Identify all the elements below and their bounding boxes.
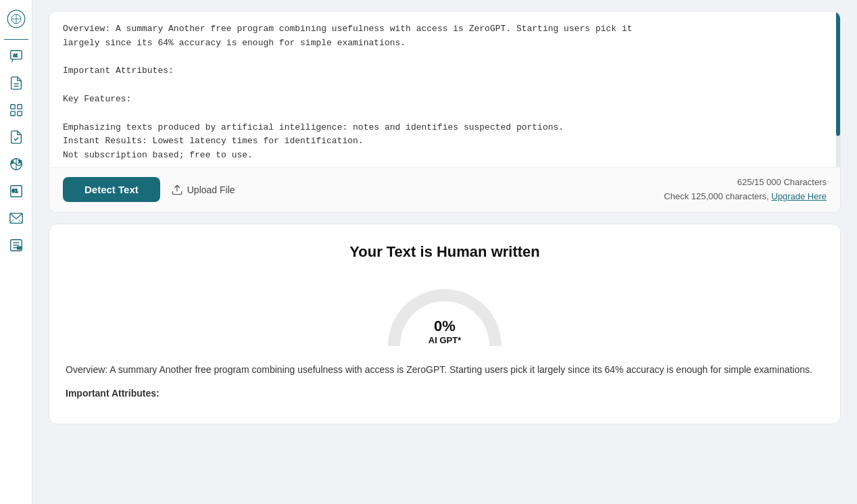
upgrade-text: Check 125,000 characters, — [664, 191, 768, 201]
sidebar-item-summarizer[interactable]: 99 — [3, 233, 30, 257]
char-count: 625/15 000 Characters — [664, 176, 827, 190]
gauge-percent-label: 0% — [434, 318, 456, 334]
upload-file-button[interactable]: Upload File — [171, 184, 235, 196]
svg-rect-7 — [10, 111, 14, 116]
svg-rect-6 — [17, 105, 21, 109]
svg-text:AI: AI — [13, 53, 18, 57]
upgrade-prompt: Check 125,000 characters, Upgrade Here — [664, 190, 827, 204]
char-info: 625/15 000 Characters Check 125,000 char… — [664, 176, 827, 204]
sidebar-item-document-check[interactable] — [3, 71, 30, 95]
result-attributes-title: Important Attributes: — [66, 386, 824, 402]
brain-icon — [5, 8, 27, 30]
app-logo — [3, 5, 30, 32]
text-input-area[interactable]: Overview: A summary Another free program… — [49, 11, 836, 167]
result-card: Your Text is Human written 0% AI GPT* Ov… — [49, 224, 841, 425]
gauge-widget: 0% AI GPT* — [384, 285, 506, 346]
sidebar-item-batch-check[interactable] — [3, 98, 30, 122]
file-text-icon — [9, 76, 24, 91]
gauge-svg: 0% AI GPT* — [384, 285, 506, 346]
sidebar-item-email-writer[interactable] — [3, 206, 30, 230]
result-heading: Your Text is Human written — [49, 224, 840, 272]
sidebar-item-translator[interactable]: A 文 — [3, 152, 30, 176]
input-card: Overview: A summary Another free program… — [49, 11, 841, 213]
translator-icon: A 文 — [9, 157, 24, 172]
gauge-container: 0% AI GPT* — [49, 272, 840, 346]
sidebar-item-proofreader[interactable] — [3, 125, 30, 149]
upload-label: Upload File — [187, 184, 235, 195]
text-area-wrapper: Overview: A summary Another free program… — [49, 11, 840, 167]
summarizer-icon: 99 — [9, 238, 24, 253]
svg-text:A: A — [11, 160, 14, 163]
message-square-icon: AI — [9, 49, 24, 64]
hash-icon: 01 — [9, 184, 24, 199]
sidebar: AI A 文 — [0, 0, 32, 504]
svg-text:文: 文 — [18, 159, 21, 163]
result-overview-text: Overview: A summary Another free program… — [66, 362, 824, 378]
svg-rect-5 — [10, 105, 14, 109]
sidebar-item-ai-detector[interactable]: AI — [3, 44, 30, 68]
scrollbar-thumb — [836, 11, 840, 136]
detect-text-button[interactable]: Detect Text — [63, 177, 160, 202]
mail-icon — [9, 211, 24, 226]
action-bar: Detect Text Upload File 625/15 000 Chara… — [49, 167, 840, 212]
grid-icon — [9, 103, 24, 118]
file-check-icon — [9, 130, 24, 145]
upgrade-link[interactable]: Upgrade Here — [771, 191, 827, 201]
sidebar-item-word-counter[interactable]: 01 — [3, 179, 30, 203]
scrollbar[interactable] — [836, 11, 840, 167]
svg-text:01: 01 — [11, 188, 18, 194]
svg-text:99: 99 — [16, 246, 21, 250]
svg-rect-8 — [17, 111, 21, 116]
main-content: Overview: A summary Another free program… — [32, 0, 857, 504]
result-body: Overview: A summary Another free program… — [49, 351, 840, 424]
sidebar-divider — [4, 39, 28, 40]
gauge-sublabel-text: AI GPT* — [428, 335, 462, 345]
upload-icon — [171, 184, 183, 196]
